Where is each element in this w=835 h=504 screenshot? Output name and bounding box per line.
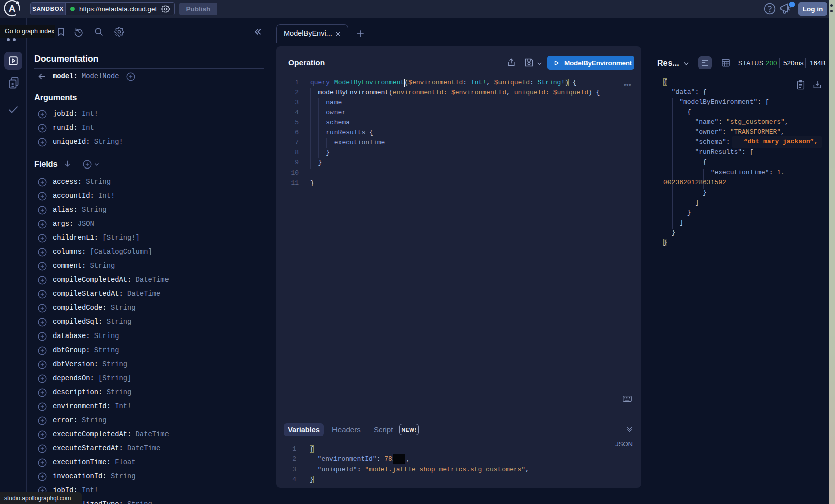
svg-text:A: A — [9, 3, 16, 14]
